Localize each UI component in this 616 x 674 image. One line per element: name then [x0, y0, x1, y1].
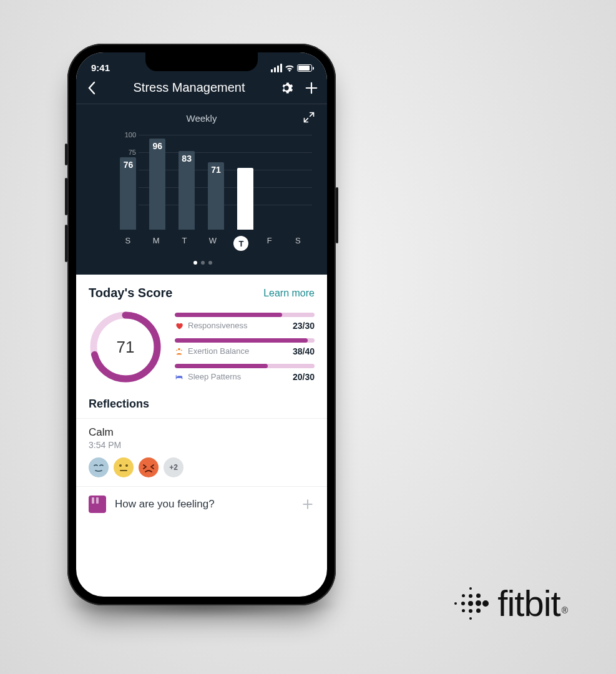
fitbit-mark-icon — [452, 585, 489, 622]
log-feeling-row[interactable]: How are you feeling? — [76, 486, 327, 528]
expand-button[interactable] — [302, 110, 316, 124]
bar-col[interactable] — [289, 135, 318, 230]
x-label[interactable]: S — [284, 236, 312, 251]
metric-label: Responsiveness — [175, 321, 247, 330]
chart-tab-label[interactable]: Weekly — [187, 113, 217, 124]
x-label[interactable]: F — [255, 236, 283, 251]
mood-more[interactable]: +2 — [164, 457, 183, 477]
weekly-chart[interactable]: 0255075100 76968371 SMTWTFS — [76, 129, 327, 275]
bar-col[interactable] — [260, 135, 289, 230]
chart-bar[interactable]: 96 — [149, 139, 165, 230]
page-title: Stress Management — [134, 81, 245, 95]
reflection-time: 3:54 PM — [89, 440, 315, 450]
bar-value: 71 — [211, 165, 221, 175]
metric-label: Exertion Balance — [175, 346, 249, 356]
svg-point-3 — [119, 464, 122, 467]
chart-bar[interactable]: 76 — [120, 157, 136, 230]
heart-icon — [175, 321, 183, 330]
metric-value: 23/30 — [293, 321, 315, 331]
bar-col[interactable]: 76 — [114, 135, 143, 230]
learn-more-link[interactable]: Learn more — [263, 288, 315, 299]
bar-col[interactable] — [230, 135, 260, 230]
reflection-name: Calm — [89, 426, 315, 439]
metric-value: 20/30 — [293, 372, 315, 382]
x-label[interactable]: T — [227, 236, 255, 251]
score-ring: 71 — [89, 310, 162, 384]
wifi-icon — [285, 64, 295, 72]
bed-icon — [175, 373, 183, 381]
x-label[interactable]: T — [170, 236, 198, 251]
x-label[interactable]: M — [142, 236, 170, 251]
metric-value: 38/40 — [293, 346, 315, 356]
battery-icon — [297, 64, 312, 72]
chart-bar[interactable] — [237, 168, 253, 230]
signal-icon — [271, 64, 282, 72]
reflection-entry[interactable]: Calm 3:54 PM +2 — [76, 419, 327, 486]
bar-col[interactable]: 83 — [172, 135, 202, 230]
journal-icon — [89, 496, 106, 513]
bar-value: 76 — [124, 160, 134, 170]
x-label[interactable]: S — [114, 236, 142, 251]
metric-label: Sleep Patterns — [175, 372, 241, 381]
bar-col[interactable]: 96 — [143, 135, 172, 230]
phone-frame: 9:41 Stress Management — [67, 44, 336, 605]
screen: 9:41 Stress Management — [76, 52, 327, 597]
reflections-title: Reflections — [76, 393, 327, 419]
bar-value: 83 — [182, 154, 192, 164]
chart-bar[interactable]: 71 — [208, 162, 224, 230]
score-value: 71 — [89, 310, 162, 384]
person-icon — [175, 347, 183, 356]
x-label[interactable]: W — [198, 236, 227, 251]
score-title: Today's Score — [89, 286, 172, 300]
chart-bar[interactable]: 83 — [178, 151, 195, 230]
mood-neutral-icon[interactable] — [114, 457, 134, 477]
metric-row[interactable]: Exertion Balance38/40 — [175, 338, 315, 356]
metric-row[interactable]: Responsiveness23/30 — [175, 313, 315, 331]
fitbit-logo: fitbit® — [452, 582, 566, 624]
add-button[interactable] — [305, 81, 318, 95]
bar-value: 96 — [152, 141, 162, 151]
status-time: 9:41 — [91, 62, 110, 73]
feeling-prompt: How are you feeling? — [115, 498, 292, 510]
back-button[interactable] — [85, 81, 99, 95]
mood-stressed-icon[interactable] — [139, 457, 159, 477]
metric-row[interactable]: Sleep Patterns20/30 — [175, 364, 315, 382]
bar-col[interactable]: 71 — [202, 135, 231, 230]
page-dots[interactable] — [85, 255, 321, 275]
brand-name: fitbit — [497, 583, 560, 623]
svg-point-2 — [178, 348, 180, 350]
mood-calm-icon[interactable] — [89, 457, 109, 477]
svg-point-4 — [125, 464, 128, 467]
notch — [145, 52, 258, 71]
add-feeling-button[interactable] — [301, 497, 315, 511]
settings-button[interactable] — [280, 81, 293, 95]
